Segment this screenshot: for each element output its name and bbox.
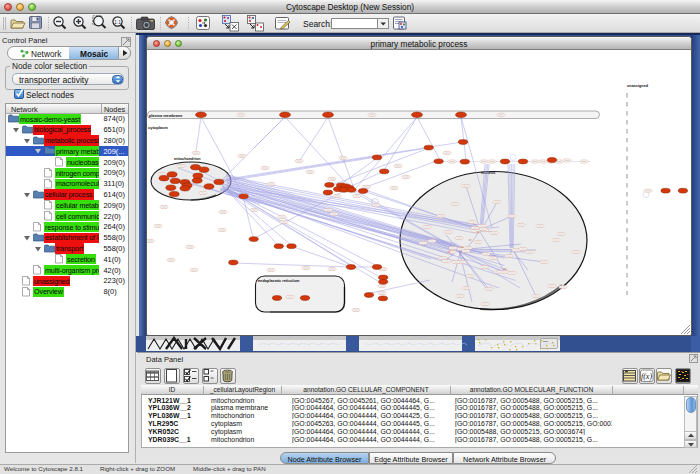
svg-text:plasma membrane: plasma membrane xyxy=(149,114,182,118)
svg-text:unassigned: unassigned xyxy=(627,84,649,88)
svg-text:1:1: 1:1 xyxy=(114,19,121,25)
svg-text:Search:: Search: xyxy=(303,19,332,29)
svg-text:cytoplasm: cytoplasm xyxy=(148,125,168,130)
svg-text:f(x): f(x) xyxy=(641,372,652,381)
svg-text:endoplasmic reticulum: endoplasmic reticulum xyxy=(258,279,300,283)
svg-text:mitochondrion: mitochondrion xyxy=(174,157,201,161)
